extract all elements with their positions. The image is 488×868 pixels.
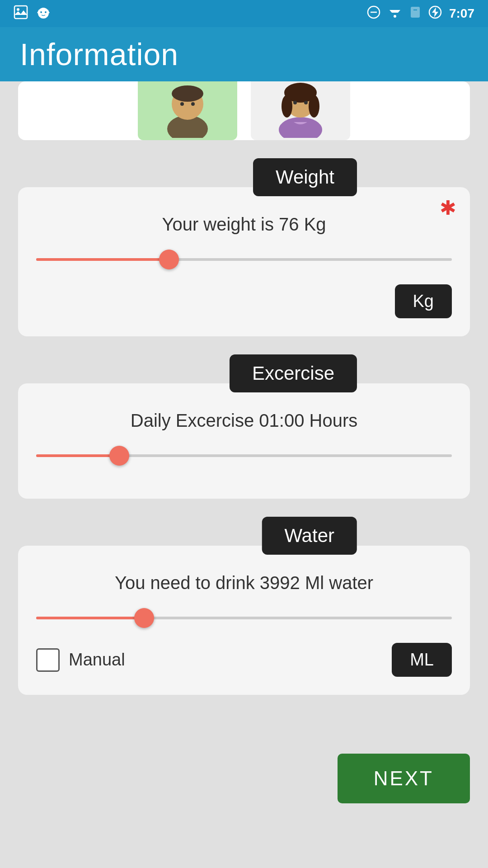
exercise-slider-fill: [36, 454, 119, 457]
main-content: Weight ✱ Your weight is 76 Kg Kg Excerci…: [0, 81, 488, 740]
exercise-card: Daily Excercise 01:00 Hours: [18, 383, 470, 499]
gallery-icon: [14, 5, 28, 23]
svg-point-19: [180, 102, 184, 106]
exercise-label: Excercise: [230, 354, 357, 392]
svg-point-20: [191, 102, 195, 106]
weight-unit-badge[interactable]: Kg: [395, 284, 452, 318]
svg-point-27: [304, 101, 308, 104]
signal-icon: [409, 5, 421, 22]
water-slider[interactable]: [36, 607, 452, 629]
svg-rect-12: [411, 7, 420, 18]
avatar-section: [18, 81, 470, 140]
wifi-icon: [388, 6, 402, 21]
water-value-text: You need to drink 3992 Ml water: [36, 573, 452, 593]
status-bar-left: [14, 4, 52, 24]
page-title: Information: [20, 37, 178, 72]
exercise-slider-thumb[interactable]: [109, 446, 129, 466]
svg-marker-15: [432, 7, 438, 17]
exercise-slider[interactable]: [36, 444, 452, 467]
exercise-value-text: Daily Excercise 01:00 Hours: [36, 410, 452, 431]
required-star: ✱: [440, 196, 456, 219]
svg-point-1: [17, 8, 19, 11]
manual-checkbox[interactable]: [36, 648, 60, 672]
manual-label: Manual: [69, 650, 125, 670]
app-icon: [35, 4, 52, 24]
next-button-container: NEXT: [0, 740, 488, 817]
app-bar: Information: [0, 27, 488, 81]
weight-slider-thumb[interactable]: [159, 250, 179, 269]
svg-point-21: [279, 117, 322, 138]
do-not-disturb-icon: [367, 5, 380, 22]
next-button[interactable]: NEXT: [338, 754, 470, 803]
svg-point-11: [394, 15, 396, 18]
water-footer: Manual ML: [36, 643, 452, 677]
weight-slider[interactable]: [36, 248, 452, 271]
water-slider-thumb[interactable]: [134, 608, 154, 628]
manual-section: Manual: [36, 648, 125, 672]
male-avatar[interactable]: [138, 81, 237, 140]
svg-rect-0: [14, 6, 27, 19]
female-avatar[interactable]: [251, 81, 350, 140]
svg-point-26: [293, 101, 297, 104]
weight-label: Weight: [253, 158, 357, 196]
weight-card: ✱ Your weight is 76 Kg Kg: [18, 187, 470, 336]
weight-value-text: Your weight is 76 Kg: [36, 214, 452, 235]
svg-point-25: [309, 95, 319, 118]
weight-slider-fill: [36, 258, 169, 261]
weight-section-wrapper: Weight ✱ Your weight is 76 Kg Kg: [18, 158, 470, 336]
exercise-section-wrapper: Excercise Daily Excercise 01:00 Hours: [18, 354, 470, 499]
water-label: Water: [262, 517, 357, 555]
water-section-wrapper: Water You need to drink 3992 Ml water Ma…: [18, 517, 470, 695]
svg-point-24: [282, 95, 292, 118]
water-card: You need to drink 3992 Ml water Manual M…: [18, 546, 470, 695]
flash-icon: [428, 5, 442, 22]
status-time: 7:07: [449, 6, 474, 21]
water-slider-fill: [36, 617, 144, 619]
water-unit-badge[interactable]: ML: [392, 643, 452, 677]
status-bar-right: 7:07: [367, 5, 474, 22]
status-bar: 7:07: [0, 0, 488, 27]
svg-point-18: [172, 85, 203, 102]
